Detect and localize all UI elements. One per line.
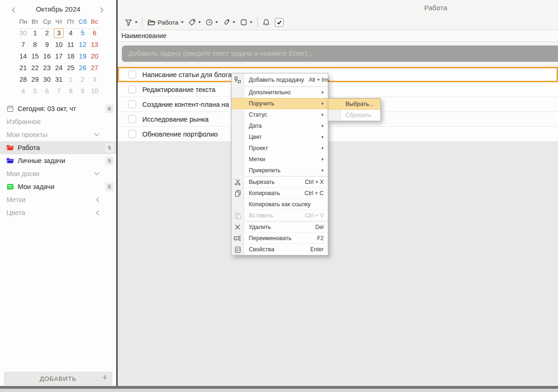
calendar-day[interactable]: 15 xyxy=(29,51,41,62)
calendar-day[interactable]: 3 xyxy=(88,74,100,85)
calendar-day[interactable]: 22 xyxy=(29,62,41,74)
menu-item-shortcut: Ctrl + C xyxy=(305,190,324,196)
chevron-down-icon[interactable] xyxy=(94,133,100,137)
copy-icon xyxy=(234,190,241,197)
toolbar-button-tags[interactable] xyxy=(186,16,203,28)
task-checkbox[interactable] xyxy=(128,85,136,93)
caret-down-icon xyxy=(198,21,201,23)
toolbar-button-shape[interactable] xyxy=(238,16,255,28)
menu-item-delete[interactable]: УдалитьDel xyxy=(232,222,328,233)
toolbar-button-reminder[interactable] xyxy=(260,16,272,28)
sidebar-item-favorites[interactable]: Избранное xyxy=(0,115,116,128)
chevron-down-icon[interactable] xyxy=(94,172,100,176)
calendar-day[interactable]: 2 xyxy=(77,74,89,85)
toolbar-button-time[interactable] xyxy=(203,16,220,28)
sidebar-item-label: Сегодня: 03 окт, чт xyxy=(18,105,76,112)
task-row[interactable]: Редактирование текста xyxy=(118,82,558,97)
sidebar-item-personal-tasks[interactable]: Личные задачи5 xyxy=(0,154,116,167)
calendar-day[interactable]: 12 xyxy=(77,39,89,51)
calendar-day[interactable]: 27 xyxy=(88,62,100,74)
calendar-day[interactable]: 6 xyxy=(88,27,100,39)
calendar-day[interactable]: 30 xyxy=(17,27,29,39)
submenu-item-choose[interactable]: Выбрать... xyxy=(328,98,380,110)
sidebar-item-label: Мои доски xyxy=(7,170,40,177)
calendar-day[interactable]: 13 xyxy=(88,39,100,51)
calendar-day[interactable]: 7 xyxy=(17,39,29,51)
sidebar-item-colors[interactable]: Цвета xyxy=(0,206,116,219)
calendar-day[interactable]: 1 xyxy=(29,27,41,39)
task-checkbox[interactable] xyxy=(128,115,136,123)
task-checkbox[interactable] xyxy=(128,71,136,78)
calendar-day[interactable]: 10 xyxy=(53,39,65,51)
calendar-next-button[interactable] xyxy=(98,6,106,14)
calendar-day[interactable]: 20 xyxy=(88,51,100,62)
task-row[interactable]: Написание статьи для блога xyxy=(118,67,558,82)
calendar-day[interactable]: 8 xyxy=(65,85,77,97)
task-row[interactable]: Обновление портфолио xyxy=(118,127,558,142)
task-checkbox[interactable] xyxy=(128,100,136,108)
calendar-day[interactable]: 17 xyxy=(53,51,65,62)
app-window: Октябрь 2024 ПнВтСрЧтПтСбВс 301234567891… xyxy=(0,0,558,392)
toolbar-button-completed[interactable] xyxy=(272,16,286,28)
toolbar-button-project[interactable]: Работа xyxy=(145,16,186,28)
menu-item-more[interactable]: Дополнительно xyxy=(232,87,328,98)
calendar-day[interactable]: 21 xyxy=(17,62,29,74)
toolbar-button-filter[interactable] xyxy=(122,16,140,28)
item-count-badge: 5 xyxy=(105,144,114,152)
item-count-badge: 5 xyxy=(105,183,114,191)
calendar-day[interactable]: 30 xyxy=(41,74,53,85)
calendar-day[interactable]: 14 xyxy=(17,51,29,62)
sidebar-item-my-tasks[interactable]: Мои задачи5 xyxy=(0,180,116,193)
calendar-day[interactable]: 23 xyxy=(41,62,53,74)
calendar-day[interactable]: 11 xyxy=(65,39,77,51)
calendar-day[interactable]: 1 xyxy=(65,74,77,85)
sidebar-item-my-projects[interactable]: Мои проекты xyxy=(0,128,116,141)
sidebar-item-labels[interactable]: Метки xyxy=(0,193,116,206)
menu-item-labels[interactable]: Метки xyxy=(232,154,328,165)
calendar-day[interactable]: 25 xyxy=(65,62,77,74)
calendar-day[interactable]: 8 xyxy=(29,39,41,51)
menu-item-project[interactable]: Проект xyxy=(232,143,328,154)
add-project-button[interactable]: ДОБАВИТЬ + xyxy=(4,372,113,385)
menu-item-copy-as-link[interactable]: Копировать как ссылку xyxy=(232,199,328,210)
add-task-input[interactable]: Добавить задачу (введите текст задачи и … xyxy=(122,46,558,62)
calendar-day[interactable]: 2 xyxy=(41,27,53,39)
calendar-day[interactable]: 4 xyxy=(17,85,29,97)
sidebar-item-work[interactable]: Работа5 xyxy=(0,141,116,154)
calendar-day[interactable]: 5 xyxy=(29,85,41,97)
menu-item-assign[interactable]: Поручить xyxy=(232,98,328,109)
calendar-day[interactable]: 18 xyxy=(65,51,77,62)
calendar-day[interactable]: 16 xyxy=(41,51,53,62)
calendar-day[interactable]: 19 xyxy=(77,51,89,62)
calendar-day[interactable]: 10 xyxy=(88,85,100,97)
menu-item-cut[interactable]: ВырезатьCtrl + X xyxy=(232,176,328,188)
calendar-day[interactable]: 5 xyxy=(77,27,89,39)
chevron-left-icon[interactable] xyxy=(96,210,100,216)
menu-item-body: СвойстваEnter xyxy=(244,244,328,255)
calendar-day[interactable]: 29 xyxy=(29,74,41,85)
calendar-day[interactable]: 6 xyxy=(41,85,53,97)
menu-item-label: Копировать xyxy=(249,190,280,196)
calendar-day[interactable]: 31 xyxy=(53,74,65,85)
chevron-left-icon[interactable] xyxy=(96,197,100,203)
menu-item-attach[interactable]: Прикрепить xyxy=(232,165,328,176)
menu-item-properties[interactable]: СвойстваEnter xyxy=(232,244,328,255)
menu-item-color[interactable]: Цвет xyxy=(232,131,328,143)
calendar-day-today[interactable]: 3 xyxy=(53,27,65,39)
calendar-day[interactable]: 9 xyxy=(41,39,53,51)
calendar-day[interactable]: 7 xyxy=(53,85,65,97)
sidebar-item-my-boards[interactable]: Мои доски xyxy=(0,167,116,180)
calendar-day[interactable]: 9 xyxy=(77,85,89,97)
toolbar-button-color[interactable] xyxy=(220,16,238,28)
sidebar-item-today[interactable]: Сегодня: 03 окт, чт6 xyxy=(0,102,116,115)
menu-item-rename[interactable]: reПереименоватьF2 xyxy=(232,233,328,244)
task-checkbox[interactable] xyxy=(128,130,136,138)
menu-item-copy[interactable]: КопироватьCtrl + C xyxy=(232,188,328,199)
calendar-day[interactable]: 24 xyxy=(53,62,65,74)
menu-item-status[interactable]: Статус xyxy=(232,109,328,120)
calendar-day[interactable]: 26 xyxy=(77,62,89,74)
calendar-day[interactable]: 4 xyxy=(65,27,77,39)
calendar-day[interactable]: 28 xyxy=(17,74,29,85)
menu-item-add-subtask[interactable]: Добавить подзадачуAlt + Ins xyxy=(232,73,328,86)
menu-item-date[interactable]: Дата xyxy=(232,120,328,131)
